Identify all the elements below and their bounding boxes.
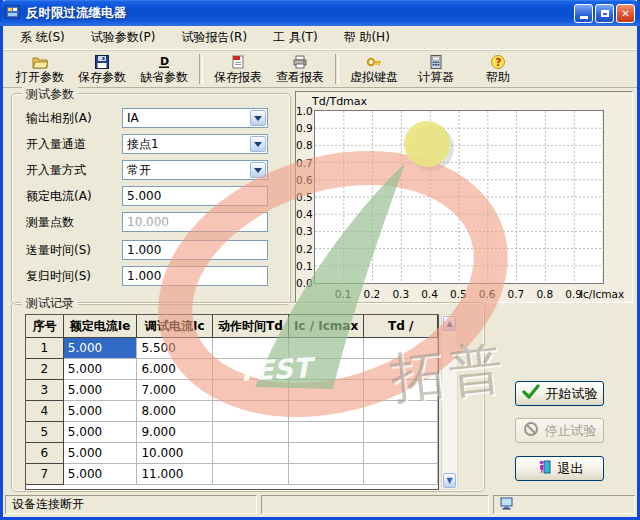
table-cell[interactable]: 5.000 bbox=[64, 359, 138, 380]
table-cell[interactable]: 10.000 bbox=[137, 443, 213, 464]
table-cell[interactable] bbox=[289, 464, 365, 485]
output-phase-select[interactable]: IA bbox=[122, 108, 268, 128]
table-row[interactable]: 75.00011.000 bbox=[26, 464, 438, 485]
table-cell[interactable]: 7.000 bbox=[137, 380, 213, 401]
row-index-cell[interactable]: 5 bbox=[26, 422, 64, 443]
table-cell[interactable] bbox=[213, 464, 289, 485]
exit-button[interactable]: 退出 bbox=[515, 456, 604, 481]
toolbar-save-params-label: 保存参数 bbox=[78, 70, 126, 84]
toolbar-help-button[interactable]: ?帮助 bbox=[467, 50, 529, 88]
reset-time-input[interactable]: 1.000 bbox=[122, 266, 268, 286]
table-cell[interactable]: 9.000 bbox=[137, 422, 213, 443]
field-row-feed-time: 送量时间(S)1.000 bbox=[26, 240, 284, 260]
table-cell[interactable]: 5.500 bbox=[137, 338, 213, 359]
minimize-button[interactable] bbox=[574, 4, 593, 23]
table-cell[interactable] bbox=[364, 338, 438, 359]
y-tick-label: 0.3 bbox=[296, 225, 312, 237]
table-cell[interactable] bbox=[289, 380, 365, 401]
toolbar-open-params-button[interactable]: 打开参数 bbox=[9, 50, 71, 88]
table-cell[interactable] bbox=[289, 401, 365, 422]
table-cell[interactable] bbox=[364, 422, 438, 443]
table-cell[interactable] bbox=[364, 443, 438, 464]
table-cell[interactable] bbox=[364, 464, 438, 485]
table-cell[interactable]: 5.000 bbox=[64, 464, 138, 485]
start-test-button[interactable]: 开始试验 bbox=[515, 381, 604, 406]
table-cell[interactable] bbox=[213, 401, 289, 422]
row-index-cell[interactable]: 4 bbox=[26, 401, 64, 422]
row-index-cell[interactable]: 1 bbox=[26, 338, 64, 359]
table-row[interactable]: 25.0006.000 bbox=[26, 359, 438, 380]
table-cell[interactable] bbox=[213, 422, 289, 443]
table-row[interactable]: 35.0007.000 bbox=[26, 380, 438, 401]
table-cell[interactable] bbox=[364, 401, 438, 422]
toolbar-virtual-keyboard-button[interactable]: 虚拟键盘 bbox=[343, 50, 405, 88]
row-index-cell[interactable]: 6 bbox=[26, 443, 64, 464]
scroll-down-button[interactable]: ▼ bbox=[443, 473, 456, 488]
table-cell[interactable]: 5.000 bbox=[64, 443, 138, 464]
table-cell[interactable] bbox=[289, 359, 365, 380]
field-label-rated-current: 额定电流(A) bbox=[26, 188, 120, 205]
table-scrollbar[interactable]: ▲ ▼ bbox=[441, 314, 458, 490]
x-tick-label: 0.3 bbox=[392, 288, 409, 300]
table-cell[interactable]: 11.000 bbox=[137, 464, 213, 485]
menu-help[interactable]: 帮 助(H) bbox=[331, 26, 403, 49]
table-cell[interactable] bbox=[213, 443, 289, 464]
table-header-row: 序号额定电流Ie调试电流Ic动作时间TdIc / IcmaxTd / Tdmax bbox=[26, 315, 438, 338]
close-button[interactable]: ✕ bbox=[616, 4, 635, 23]
table-cell[interactable]: 8.000 bbox=[137, 401, 213, 422]
menu-test-report[interactable]: 试验报告(R) bbox=[168, 26, 260, 49]
menu-tools[interactable]: 工 具(T) bbox=[260, 26, 331, 49]
table-cell[interactable] bbox=[213, 338, 289, 359]
table-row[interactable]: 45.0008.000 bbox=[26, 401, 438, 422]
table-cell[interactable] bbox=[213, 380, 289, 401]
table-cell[interactable] bbox=[289, 443, 365, 464]
y-tick-label: 0.5 bbox=[296, 191, 312, 203]
table-row[interactable]: 15.0005.500 bbox=[26, 338, 438, 359]
feed-time-input[interactable]: 1.000 bbox=[122, 240, 268, 260]
table-cell[interactable]: 5.000 bbox=[64, 338, 138, 359]
y-tick-label: 0.1 bbox=[296, 260, 312, 272]
device-status: 设备连接断开 bbox=[5, 495, 257, 514]
menu-test-params[interactable]: 试验参数(P) bbox=[78, 26, 169, 49]
chevron-down-icon[interactable] bbox=[250, 136, 266, 152]
table-cell[interactable] bbox=[364, 359, 438, 380]
table-cell[interactable]: 5.000 bbox=[64, 401, 138, 422]
calculator-icon bbox=[428, 54, 444, 70]
input-channel-select[interactable]: 接点1 bbox=[122, 134, 268, 154]
input-mode-select[interactable]: 常开 bbox=[122, 160, 268, 180]
row-index-cell[interactable]: 2 bbox=[26, 359, 64, 380]
y-tick-label: 0.0 bbox=[296, 277, 312, 289]
column-header: 额定电流Ie bbox=[64, 315, 138, 338]
x-tick-label: 0.7 bbox=[508, 288, 525, 300]
rated-current-input[interactable]: 5.000 bbox=[122, 186, 268, 206]
column-header: Ic / Icmax bbox=[289, 315, 365, 338]
start-test-label: 开始试验 bbox=[546, 385, 598, 403]
menu-system[interactable]: 系 统(S) bbox=[7, 26, 78, 49]
maximize-button[interactable] bbox=[595, 4, 614, 23]
toolbar-save-report-button[interactable]: 保存报表 bbox=[207, 50, 269, 88]
test-records-group-title: 测试记录 bbox=[22, 295, 78, 312]
table-cell[interactable] bbox=[364, 380, 438, 401]
chevron-down-icon[interactable] bbox=[250, 110, 266, 126]
table-cell[interactable] bbox=[289, 338, 365, 359]
table-cell[interactable] bbox=[289, 422, 365, 443]
row-index-cell[interactable]: 7 bbox=[26, 464, 64, 485]
toolbar-view-report-button[interactable]: 查看报表 bbox=[269, 50, 331, 88]
table-cell[interactable]: 6.000 bbox=[137, 359, 213, 380]
toolbar-separator bbox=[199, 54, 203, 84]
scroll-up-button[interactable]: ▲ bbox=[443, 316, 456, 331]
stop-icon bbox=[523, 421, 539, 440]
table-cell[interactable]: 5.000 bbox=[64, 380, 138, 401]
table-cell[interactable]: 5.000 bbox=[64, 422, 138, 443]
x-tick-label: 0.1 bbox=[335, 288, 352, 300]
chevron-down-icon[interactable] bbox=[250, 162, 266, 178]
toolbar-calculator-button[interactable]: 计算器 bbox=[405, 50, 467, 88]
stop-test-label: 停止试验 bbox=[545, 422, 597, 440]
toolbar-default-params-button[interactable]: D缺省参数 bbox=[133, 50, 195, 88]
table-row[interactable]: 65.00010.000 bbox=[26, 443, 438, 464]
table-row[interactable]: 55.0009.000 bbox=[26, 422, 438, 443]
row-index-cell[interactable]: 3 bbox=[26, 380, 64, 401]
toolbar-save-params-button[interactable]: 保存参数 bbox=[71, 50, 133, 88]
toolbar-view-report-label: 查看报表 bbox=[276, 70, 324, 84]
table-cell[interactable] bbox=[213, 359, 289, 380]
